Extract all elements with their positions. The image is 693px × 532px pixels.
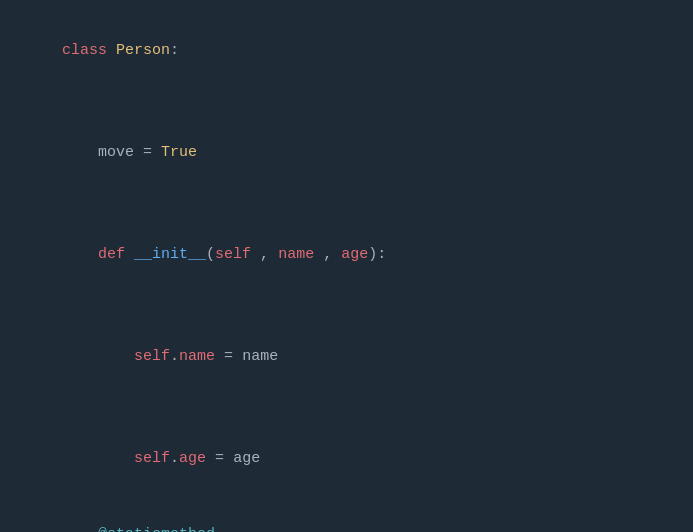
fn-init: __init__ (134, 246, 206, 263)
val-true: True (161, 144, 197, 161)
param-age: age (341, 246, 368, 263)
code-editor: class Person: move = True def __init__(s… (0, 0, 693, 532)
attr-age: age (179, 450, 206, 467)
param-name: name (278, 246, 314, 263)
code-line-blank-4 (0, 395, 693, 421)
code-line-blank-3 (0, 293, 693, 319)
self-kw-1: self (134, 348, 170, 365)
keyword-class: class (62, 42, 107, 59)
eq-sign: = (143, 144, 152, 161)
code-line-9: self.age = age (0, 420, 693, 497)
param-self: self (215, 246, 251, 263)
code-line-blank-1 (0, 89, 693, 115)
indent-1 (62, 144, 98, 161)
colon: : (170, 42, 179, 59)
var-age: age (233, 450, 260, 467)
code-line-blank-2 (0, 191, 693, 217)
self-kw-2: self (134, 450, 170, 467)
var-move: move (98, 144, 134, 161)
attr-name: name (179, 348, 215, 365)
var-name: name (242, 348, 278, 365)
keyword-def-init: def (98, 246, 125, 263)
decorator-staticmethod: @staticmethod (98, 526, 215, 532)
code-line-1: class Person: (0, 12, 693, 89)
class-name-person: Person (116, 42, 170, 59)
code-line-7: self.name = name (0, 318, 693, 395)
code-line-10: @staticmethod (0, 497, 693, 533)
code-line-3: move = True (0, 114, 693, 191)
code-line-5: def __init__(self , name , age): (0, 216, 693, 293)
